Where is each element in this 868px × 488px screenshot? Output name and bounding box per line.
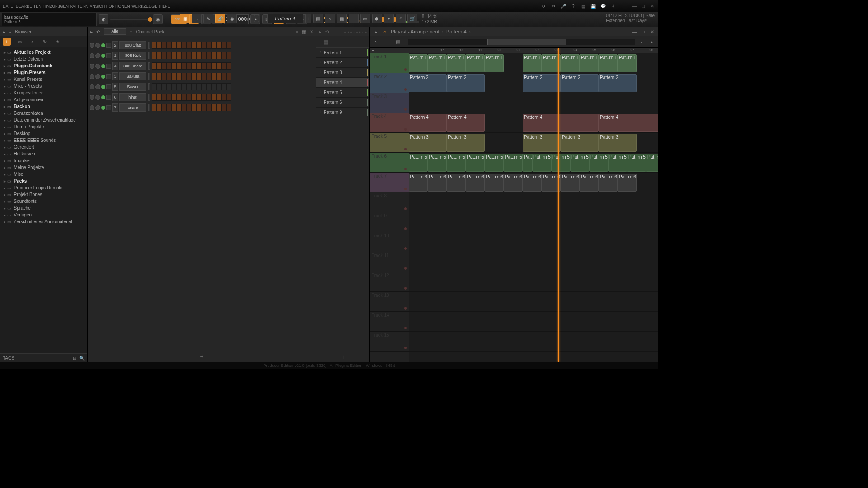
step-cell[interactable] (226, 62, 231, 70)
step-cell[interactable] (192, 52, 197, 59)
step-cell[interactable] (182, 83, 187, 90)
cr-options-icon[interactable]: ≡ (130, 29, 132, 34)
picker-opt4-icon[interactable]: ◦ (353, 29, 355, 34)
clip[interactable]: Pat..rn 5 (485, 154, 504, 172)
menu-ansicht[interactable]: ANSICHT (90, 4, 108, 9)
step-cell[interactable] (162, 94, 167, 101)
picker-tab-patterns-icon[interactable]: ▦ (323, 39, 328, 45)
track-row[interactable]: Pat..rn 5Pat..rn 5Pat..rn 5Pat..rn 5Pat.… (409, 153, 658, 173)
channel-led[interactable] (101, 75, 105, 79)
step-cell[interactable] (167, 83, 172, 90)
browser-expand-icon[interactable]: ↔ (8, 29, 12, 34)
track-mute-dot[interactable] (404, 128, 407, 131)
step-cell[interactable] (177, 42, 182, 49)
step-cell[interactable] (187, 73, 192, 80)
track-row[interactable]: Pat..rn 1Pat..rn 1Pat..rn 1Pat..rn 1Pat.… (409, 53, 658, 73)
clip[interactable]: Pattern 4 (599, 114, 658, 132)
step-cell[interactable] (222, 83, 226, 90)
track-mute-dot[interactable] (404, 148, 407, 150)
browser-refresh-icon[interactable]: ↻ (41, 38, 49, 46)
menu-pattern[interactable]: PATTERN (70, 4, 89, 9)
step-cell[interactable] (152, 52, 157, 59)
track-header[interactable]: Track 1 (370, 53, 409, 73)
channel-vol-knob[interactable] (95, 43, 100, 48)
step-cell[interactable] (222, 104, 226, 111)
clip[interactable]: Pat..rn 6 (580, 174, 599, 192)
clip[interactable]: Pat..rn 1 (466, 54, 485, 72)
tree-item[interactable]: ▸ ▭Impulse (0, 157, 87, 164)
clip[interactable]: Pattern 4 (447, 114, 485, 132)
cr-play-icon[interactable]: ▸ (90, 29, 93, 34)
step-cell[interactable] (157, 83, 162, 90)
forward-button[interactable]: → (192, 14, 202, 23)
step-cell[interactable] (217, 83, 222, 90)
channel-vol-knob[interactable] (95, 95, 100, 100)
undo-button[interactable]: ↶ (396, 14, 406, 23)
track-mute-dot[interactable] (404, 307, 407, 310)
track-header[interactable]: Track 4 (370, 113, 409, 133)
step-cell[interactable] (197, 94, 202, 101)
track-row[interactable] (409, 252, 658, 272)
step-cell[interactable] (222, 42, 226, 49)
channel-pan-knob[interactable] (90, 74, 94, 79)
pl-zoom-l-icon[interactable]: ◂ (637, 38, 646, 47)
track-header[interactable]: Track 12 (370, 272, 409, 292)
clip[interactable]: Pat..rn 1 (580, 54, 599, 72)
clip[interactable]: Pat..rn 6 (485, 174, 504, 192)
tree-item[interactable]: ▸ ▭Aufgenommen (0, 96, 87, 103)
link-button[interactable]: 🔗 (215, 14, 225, 23)
step-cell[interactable] (212, 83, 217, 90)
step-cell[interactable] (202, 42, 207, 49)
clip[interactable]: Pat..rn 1 (618, 54, 637, 72)
picker-play-icon[interactable]: ▸ (319, 29, 321, 34)
clip[interactable]: Pat..rn 1 (561, 54, 580, 72)
step-cell[interactable] (222, 73, 226, 80)
tree-item[interactable]: ▸ ▭Kompositionen (0, 89, 87, 96)
tree-item[interactable]: ▸ ▭Aktuelles Projekt (0, 49, 87, 56)
step-cell[interactable] (226, 52, 231, 59)
clip[interactable]: Pat..rn 5 (447, 154, 466, 172)
step-cell[interactable] (202, 73, 207, 80)
browser-folder-icon[interactable]: ▭ (15, 38, 24, 46)
pattern-selector[interactable]: Pattern 4 (267, 14, 303, 23)
step-cell[interactable] (182, 52, 187, 59)
step-cell[interactable] (202, 83, 207, 90)
channel-name[interactable]: 808 Clap (119, 41, 146, 49)
track-row[interactable]: Pattern 2Pattern 2Pattern 2Pattern 2Patt… (409, 73, 658, 93)
step-cell[interactable] (182, 42, 187, 49)
step-cell[interactable] (172, 52, 177, 59)
clip[interactable]: Pat..rn 6 (504, 174, 523, 192)
clip[interactable]: Pat..rn 5 (466, 154, 485, 172)
step-cell[interactable] (157, 62, 162, 70)
step-cell[interactable] (222, 62, 226, 70)
track-mute-dot[interactable] (404, 327, 407, 329)
brush-button[interactable]: ✎ (203, 14, 213, 23)
pattern-item[interactable]: ⠿Pattern 1 (316, 48, 369, 58)
channel-name[interactable]: Sawer (119, 83, 146, 91)
step-cell[interactable] (157, 73, 162, 80)
clip[interactable]: Pat..rn 6 (523, 174, 542, 192)
track-mute-dot[interactable] (404, 227, 407, 230)
step-cell[interactable] (182, 73, 187, 80)
search-icon[interactable]: 🔍 (79, 356, 85, 361)
cr-close-icon[interactable]: ✕ (310, 29, 313, 34)
step-cell[interactable] (177, 62, 182, 70)
step-cell[interactable] (167, 104, 172, 111)
step-cell[interactable] (207, 62, 212, 70)
menu-bearbeiten[interactable]: BEARBEITEN (16, 4, 42, 9)
step-cell[interactable] (152, 42, 157, 49)
step-cell[interactable] (207, 94, 212, 101)
channel-vol-knob[interactable] (95, 64, 100, 69)
pl-min-icon[interactable]: — (631, 28, 637, 35)
clip[interactable]: Pat..rn 5 (551, 154, 570, 172)
channel-number[interactable]: 6 (112, 93, 118, 101)
channel-number[interactable]: 7 (112, 103, 118, 112)
clip[interactable]: Pat..rn 5 (532, 154, 551, 172)
track-header[interactable]: Track 14 (370, 312, 409, 332)
tree-item[interactable]: ▸ ▭Gerendert (0, 144, 87, 150)
menu-datei[interactable]: DATEI (3, 4, 14, 9)
channel-name[interactable]: hihat (119, 93, 146, 101)
step-cell[interactable] (212, 104, 217, 111)
clip[interactable]: Pat..rn 5 (627, 154, 646, 172)
channel-mute[interactable] (106, 84, 111, 89)
